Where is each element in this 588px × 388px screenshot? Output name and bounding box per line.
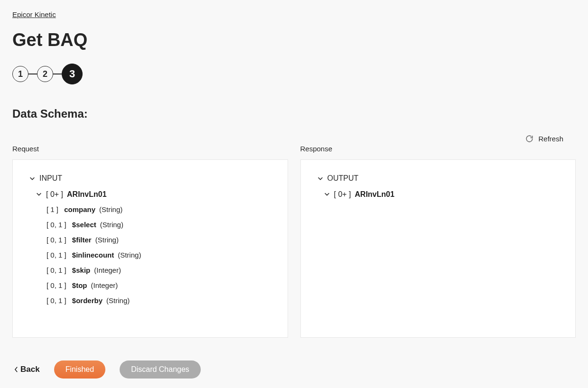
field-name: $orderby	[72, 295, 103, 306]
refresh-label: Refresh	[538, 135, 563, 143]
finished-button[interactable]: Finished	[54, 360, 105, 379]
tree-root[interactable]: OUTPUT	[314, 170, 562, 186]
field-name: $select	[72, 219, 96, 231]
request-panel: INPUT [ 0+ ] ARInvLn01 [ 1 ] company (St…	[12, 159, 288, 338]
refresh-icon	[525, 135, 533, 143]
field-name: $inlinecount	[72, 249, 114, 261]
refresh-button[interactable]: Refresh	[525, 135, 563, 143]
chevron-down-icon	[36, 191, 42, 197]
discard-changes-button[interactable]: Discard Changes	[120, 360, 201, 379]
response-panel: OUTPUT [ 0+ ] ARInvLn01	[300, 159, 576, 338]
root-label: INPUT	[39, 172, 62, 185]
response-column-label: Response	[300, 145, 576, 153]
tree-field[interactable]: [ 0, 1 ] $orderby (String)	[26, 293, 274, 308]
tree-field[interactable]: [ 0, 1 ] $select (String)	[26, 217, 274, 232]
back-label: Back	[20, 365, 40, 374]
tree-group[interactable]: [ 0+ ] ARInvLn01	[314, 186, 562, 203]
chevron-down-icon	[29, 175, 36, 182]
field-type: (String)	[118, 249, 141, 261]
tree-field[interactable]: [ 0, 1 ] $skip (Integer)	[26, 263, 274, 278]
field-type: (Integer)	[94, 265, 121, 276]
field-type: (String)	[106, 295, 130, 306]
step-1[interactable]: 1	[12, 66, 28, 82]
step-2[interactable]: 2	[37, 66, 53, 82]
root-label: OUTPUT	[327, 172, 359, 185]
field-cardinality: [ 0, 1 ]	[47, 295, 68, 306]
request-column-label: Request	[12, 145, 288, 153]
field-name: company	[64, 204, 95, 215]
field-type: (String)	[100, 219, 123, 231]
page-title: Get BAQ	[12, 30, 576, 50]
field-name: $top	[72, 280, 87, 291]
chevron-down-icon	[324, 191, 330, 197]
group-name: ARInvLn01	[355, 188, 395, 201]
field-type: (Integer)	[91, 280, 118, 291]
step-3[interactable]: 3	[62, 64, 83, 84]
tree-group[interactable]: [ 0+ ] ARInvLn01	[26, 186, 274, 203]
tree-field[interactable]: [ 0, 1 ] $filter (String)	[26, 232, 274, 248]
field-name: $filter	[72, 234, 92, 246]
chevron-left-icon	[14, 366, 19, 373]
field-type: (String)	[99, 204, 122, 215]
step-connector	[28, 74, 37, 74]
field-cardinality: [ 0, 1 ]	[47, 265, 68, 276]
field-cardinality: [ 1 ]	[47, 204, 60, 215]
group-cardinality: [ 0+ ]	[46, 188, 63, 201]
group-cardinality: [ 0+ ]	[334, 188, 351, 201]
field-cardinality: [ 0, 1 ]	[47, 280, 68, 291]
tree-field[interactable]: [ 0, 1 ] $inlinecount (String)	[26, 248, 274, 263]
stepper: 1 2 3	[12, 64, 576, 84]
tree-field[interactable]: [ 1 ] company (String)	[26, 202, 274, 217]
field-name: $skip	[72, 265, 90, 276]
tree-field[interactable]: [ 0, 1 ] $top (Integer)	[26, 278, 274, 293]
step-connector	[53, 74, 62, 74]
tree-root[interactable]: INPUT	[26, 170, 274, 186]
group-name: ARInvLn01	[67, 188, 107, 201]
field-cardinality: [ 0, 1 ]	[47, 219, 68, 231]
field-cardinality: [ 0, 1 ]	[47, 234, 68, 246]
field-cardinality: [ 0, 1 ]	[47, 249, 68, 261]
back-button[interactable]: Back	[12, 365, 40, 374]
section-title: Data Schema:	[12, 107, 576, 120]
breadcrumb-link[interactable]: Epicor Kinetic	[12, 10, 56, 18]
field-type: (String)	[95, 234, 119, 246]
chevron-down-icon	[317, 175, 324, 182]
